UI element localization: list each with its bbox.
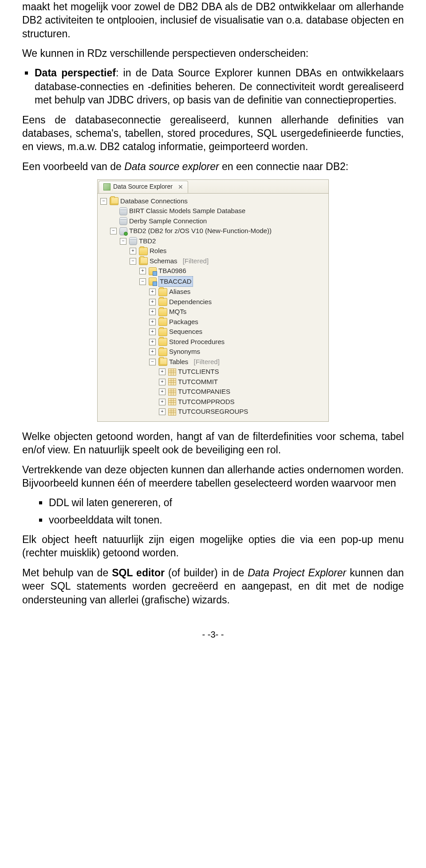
paragraph-intro: maakt het mogelijk voor zowel de DB2 DBA… — [22, 0, 404, 40]
collapse-icon[interactable]: − — [139, 278, 146, 285]
database-icon — [129, 237, 137, 245]
folder-open-icon — [158, 358, 167, 366]
italic-data-source-explorer: Data source explorer — [124, 161, 219, 172]
database-icon — [119, 217, 127, 225]
schema-icon — [149, 277, 157, 285]
table-icon — [168, 388, 176, 396]
bullet-sample-data: voorbeelddata wilt tonen. — [49, 513, 404, 527]
explorer-tab[interactable]: Data Source Explorer ✕ — [99, 181, 188, 193]
node-dependencies[interactable]: + Dependencies — [100, 297, 327, 307]
node-aliases[interactable]: + Aliases — [100, 287, 327, 297]
expand-icon[interactable]: + — [149, 299, 156, 305]
folder-icon — [158, 318, 167, 326]
expand-icon[interactable]: + — [159, 408, 166, 415]
paragraph-sql-editor: Met behulp van de SQL editor (of builder… — [22, 566, 404, 606]
expand-icon[interactable]: + — [149, 289, 156, 295]
label-sql-editor: SQL editor — [112, 567, 165, 579]
folder-icon — [158, 348, 167, 356]
node-packages[interactable]: + Packages — [100, 317, 327, 327]
node-sequences[interactable]: + Sequences — [100, 327, 327, 337]
database-connected-icon — [119, 227, 127, 235]
collapse-icon[interactable]: − — [130, 258, 136, 265]
table-icon — [168, 398, 176, 405]
selected-schema-label: TBACCAD — [158, 276, 193, 287]
collapse-icon[interactable]: − — [100, 198, 107, 205]
paragraph-perspectives-lead: We kunnen in RDz verschillende perspecti… — [22, 47, 404, 60]
node-table-tutclients[interactable]: + TUTCLIENTS — [100, 367, 327, 377]
explorer-tree: − Database Connections BIRT Classic Mode… — [98, 194, 328, 421]
expand-icon[interactable]: + — [139, 268, 146, 274]
label-data-perspectief: Data perspectief — [35, 67, 116, 79]
database-icon — [119, 207, 127, 215]
node-mqts[interactable]: + MQTs — [100, 307, 327, 317]
node-conn-birt[interactable]: BIRT Classic Models Sample Database — [100, 206, 327, 216]
paragraph-example-lead: Een voorbeeld van de Data source explore… — [22, 160, 404, 173]
paragraph-filter-note: Welke objecten getoond worden, hangt af … — [22, 430, 404, 457]
collapse-icon[interactable]: − — [149, 359, 156, 365]
page-number: - -3- - — [22, 629, 404, 640]
node-database-connections[interactable]: − Database Connections — [100, 196, 327, 206]
node-schema-tba0986[interactable]: + TBA0986 — [100, 266, 327, 276]
italic-data-project-explorer: Data Project Explorer — [248, 567, 346, 579]
folder-open-icon — [110, 197, 118, 205]
expand-icon[interactable]: + — [149, 339, 156, 345]
node-conn-derby[interactable]: Derby Sample Connection — [100, 216, 327, 226]
node-synonyms[interactable]: + Synonyms — [100, 347, 327, 357]
explorer-tabrow: Data Source Explorer ✕ — [98, 180, 328, 194]
folder-icon — [139, 247, 148, 255]
bullet-data-perspectief: Data perspectief: in de Data Source Expl… — [35, 66, 404, 107]
node-schemas[interactable]: − Schemas [Filtered] — [100, 256, 327, 266]
node-roles[interactable]: + Roles — [100, 246, 327, 256]
database-explorer-icon — [103, 183, 110, 190]
explorer-tab-label: Data Source Explorer — [113, 182, 173, 191]
folder-icon — [158, 298, 167, 306]
node-table-tutcommit[interactable]: + TUTCOMMIT — [100, 377, 327, 387]
expand-icon[interactable]: + — [149, 329, 156, 335]
expand-icon[interactable]: + — [149, 349, 156, 355]
paragraph-db2-catalog: Eens de databaseconnectie gerealiseerd, … — [22, 113, 404, 154]
node-stored-procedures[interactable]: + Stored Procedures — [100, 337, 327, 347]
data-source-explorer-panel: Data Source Explorer ✕ − Database Connec… — [97, 179, 329, 422]
node-table-tutcompanies[interactable]: + TUTCOMPANIES — [100, 387, 327, 397]
collapse-icon[interactable]: − — [120, 238, 126, 245]
paragraph-popup-note: Elk object heeft natuurlijk zijn eigen m… — [22, 533, 404, 560]
node-tables[interactable]: − Tables [Filtered] — [100, 357, 327, 367]
expand-icon[interactable]: + — [149, 309, 156, 315]
schema-icon — [149, 267, 157, 275]
node-schema-tbaccad[interactable]: − TBACCAD — [100, 276, 327, 287]
expand-icon[interactable]: + — [149, 319, 156, 325]
table-icon — [168, 408, 176, 416]
folder-open-icon — [139, 257, 148, 265]
table-icon — [168, 378, 176, 385]
table-icon — [168, 369, 176, 376]
folder-icon — [158, 328, 167, 336]
node-table-tutcompprods[interactable]: + TUTCOMPPRODS — [100, 397, 327, 407]
folder-icon — [158, 308, 167, 316]
close-icon[interactable]: ✕ — [178, 184, 183, 190]
expand-icon[interactable]: + — [159, 369, 166, 375]
expand-icon[interactable]: + — [159, 379, 166, 385]
node-db-tbd2[interactable]: − TBD2 — [100, 236, 327, 246]
expand-icon[interactable]: + — [159, 388, 166, 395]
bullet-ddl-generate: DDL wil laten genereren, of — [49, 496, 404, 509]
expand-icon[interactable]: + — [159, 399, 166, 405]
node-table-tutcoursegroups[interactable]: + TUTCOURSEGROUPS — [100, 407, 327, 417]
folder-icon — [158, 288, 167, 296]
expand-icon[interactable]: + — [130, 248, 136, 254]
collapse-icon[interactable]: − — [110, 228, 117, 234]
folder-icon — [158, 338, 167, 346]
paragraph-actions-lead: Vertrekkende van deze objecten kunnen da… — [22, 463, 404, 490]
node-conn-tbd2[interactable]: − TBD2 (DB2 for z/OS V10 (New-Function-M… — [100, 226, 327, 236]
